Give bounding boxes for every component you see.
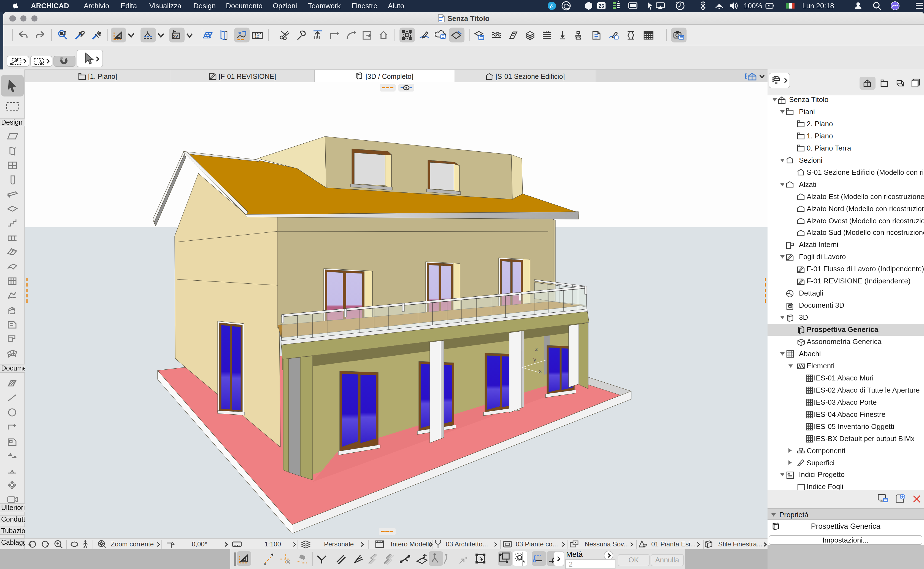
svg-text:12: 12 — [255, 34, 259, 38]
svg-text:δ: δ — [550, 3, 553, 9]
svg-text:26: 26 — [599, 3, 604, 9]
svg-text:x: x — [539, 367, 542, 374]
svg-text:z: z — [535, 345, 538, 352]
svg-text:xy: xy — [173, 33, 178, 38]
svg-text:y: y — [533, 356, 536, 362]
